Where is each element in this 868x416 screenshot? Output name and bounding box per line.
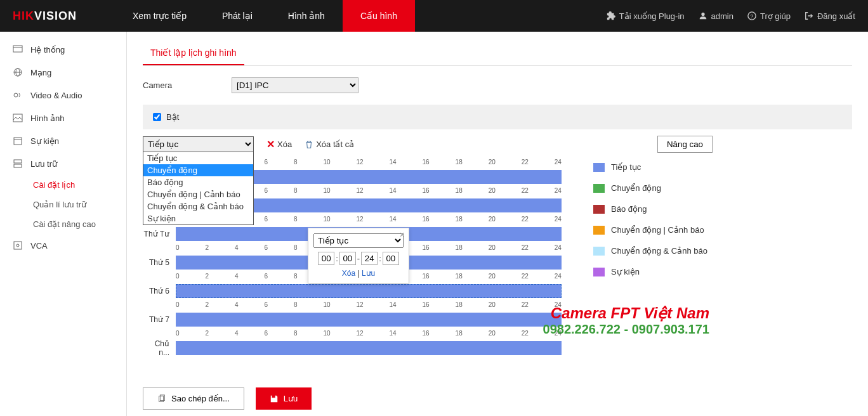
user-label: admin	[711, 11, 733, 21]
svg-rect-13	[14, 242, 22, 249]
record-type-wrap: Tiếp tục Tiếp tục Chuyển động Báo động C…	[143, 136, 254, 152]
trash-icon	[305, 140, 313, 149]
top-right: Tải xuống Plug-in admin ? Trợ giúp Đăng …	[607, 11, 855, 21]
popup-end-min[interactable]	[383, 252, 399, 265]
sidebar: Hệ thống Mạng Video & Audio Hình ảnh Sự …	[0, 32, 127, 416]
svg-rect-8	[13, 114, 22, 122]
delete-label: Xóa	[277, 140, 292, 149]
user-menu[interactable]: admin	[699, 11, 733, 21]
camera-row: Camera [D1] IPC	[143, 77, 852, 93]
svg-text:?: ?	[751, 13, 754, 20]
sidebar-item-system[interactable]: Hệ thống	[0, 38, 126, 61]
sidebar-item-video-audio[interactable]: Video & Audio	[0, 84, 126, 107]
popup-end-hour[interactable]	[361, 252, 378, 265]
sidebar-subitem-advanced[interactable]: Cài đặt nâng cao	[0, 214, 126, 234]
delete-all-button[interactable]: Xóa tất cả	[305, 140, 354, 149]
day-label-thu: Thứ 5	[143, 258, 176, 267]
swatch-continuous	[593, 163, 605, 172]
dropdown-opt-continuous[interactable]: Tiếp tục	[143, 152, 253, 164]
bottom-buttons: Sao chép đến... Lưu	[143, 387, 852, 410]
sidebar-item-network[interactable]: Mạng	[0, 61, 126, 84]
sidebar-network-label: Mạng	[30, 68, 51, 77]
swatch-alarm	[593, 205, 605, 214]
sidebar-item-vca[interactable]: VCA	[0, 234, 126, 257]
save-button[interactable]: Lưu	[256, 387, 312, 410]
logout-label: Đăng xuất	[817, 11, 855, 21]
logo-vision: VISION	[34, 10, 77, 22]
nav-playback[interactable]: Phát lại	[204, 0, 270, 32]
popup-start-hour[interactable]	[318, 252, 334, 265]
help-link[interactable]: ? Trợ giúp	[747, 11, 791, 21]
enable-row: Bật	[143, 105, 852, 129]
nav-live-view[interactable]: Xem trực tiếp	[115, 0, 204, 32]
day-label-sat: Thứ 7	[143, 315, 176, 324]
dropdown-opt-motion[interactable]: Chuyển động	[143, 164, 253, 176]
tab-header: Thiết lập lịch ghi hình	[143, 41, 852, 66]
copy-to-button[interactable]: Sao chép đến...	[143, 387, 244, 410]
day-label-sun: Chủ n...	[143, 339, 176, 357]
dropdown-opt-event[interactable]: Sự kiện	[143, 212, 253, 224]
popup-delete-link[interactable]: Xóa	[342, 269, 355, 278]
controls-row: Tiếp tục Tiếp tục Chuyển động Báo động C…	[143, 136, 852, 153]
camera-select[interactable]: [D1] IPC	[232, 77, 358, 93]
top-navbar: HIKVISION Xem trực tiếp Phát lại Hình ản…	[0, 0, 868, 32]
enable-checkbox[interactable]	[153, 113, 161, 121]
legend-motion[interactable]: Chuyển động	[593, 183, 707, 193]
sidebar-storage-label: Lưu trữ	[30, 159, 57, 169]
timeline-fri[interactable]: 024681012141618202224	[176, 284, 562, 298]
popup-type-select[interactable]: Tiếp tục	[313, 233, 404, 248]
popup-start-min[interactable]	[339, 252, 356, 265]
tab-record-schedule[interactable]: Thiết lập lịch ghi hình	[143, 41, 244, 65]
enable-label: Bật	[166, 112, 179, 122]
legend-event[interactable]: Sự kiện	[593, 267, 707, 276]
nav-picture[interactable]: Hình ảnh	[270, 0, 343, 32]
bar-sun[interactable]	[176, 341, 562, 355]
sidebar-item-event[interactable]: Sự kiện	[0, 129, 126, 152]
event-icon	[13, 136, 23, 146]
legend-motion-or-alarm[interactable]: Chuyển động | Cảnh báo	[593, 225, 707, 235]
vca-icon	[13, 240, 23, 250]
logout-link[interactable]: Đăng xuất	[805, 11, 855, 21]
popup-close-icon[interactable]: ×	[400, 230, 405, 240]
save-icon	[270, 394, 279, 403]
record-type-select[interactable]: Tiếp tục	[143, 136, 254, 152]
sidebar-subitem-schedule[interactable]: Cài đặt lịch	[0, 175, 126, 195]
dropdown-opt-motion-or-alarm[interactable]: Chuyển động | Cảnh báo	[143, 188, 253, 200]
globe-icon	[13, 67, 23, 77]
swatch-motion-or-alarm	[593, 226, 605, 235]
bar-sat[interactable]	[176, 313, 562, 327]
legend-motion-and-alarm[interactable]: Chuyển động & Cảnh báo	[593, 246, 707, 256]
timeline-sun[interactable]: 024681012141618202224	[176, 341, 562, 355]
advanced-button[interactable]: Nâng cao	[657, 136, 713, 153]
svg-rect-12	[14, 164, 22, 167]
legend-continuous[interactable]: Tiếp tục	[593, 162, 707, 172]
sidebar-item-image[interactable]: Hình ảnh	[0, 107, 126, 129]
sidebar-vca-label: VCA	[30, 241, 48, 250]
svg-rect-2	[13, 46, 22, 52]
bar-fri[interactable]	[176, 284, 562, 298]
sidebar-subitem-manage[interactable]: Quản lí lưu trữ	[0, 195, 126, 214]
sidebar-item-storage[interactable]: Lưu trữ	[0, 152, 126, 175]
delete-button[interactable]: ✕ Xóa	[266, 138, 292, 150]
storage-icon	[13, 159, 23, 169]
plugin-download-label: Tải xuống Plug-in	[619, 11, 685, 21]
day-row-sun: Chủ n... 024681012141618202224	[143, 334, 562, 362]
delete-all-label: Xóa tất cả	[316, 140, 354, 149]
copy-icon	[157, 394, 166, 403]
popup-time-row: : - :	[313, 252, 404, 265]
image-icon	[13, 113, 23, 123]
dropdown-opt-alarm[interactable]: Báo động	[143, 176, 253, 188]
popup-actions: Xóa | Lưu	[313, 269, 404, 278]
legend-alarm[interactable]: Báo động	[593, 204, 707, 214]
timeline-sat[interactable]: 024681012141618202224	[176, 313, 562, 327]
day-label-fri: Thứ 6	[143, 287, 176, 296]
record-type-dropdown: Tiếp tục Chuyển động Báo động Chuyển độn…	[143, 152, 254, 225]
plugin-download-link[interactable]: Tải xuống Plug-in	[607, 11, 685, 21]
dropdown-opt-motion-and-alarm[interactable]: Chuyển động & Cảnh báo	[143, 200, 253, 212]
popup-save-link[interactable]: Lưu	[362, 269, 375, 278]
swatch-motion	[593, 184, 605, 193]
nav-configuration[interactable]: Cấu hình	[343, 0, 415, 32]
system-icon	[13, 44, 23, 55]
sidebar-va-label: Video & Audio	[30, 91, 82, 100]
video-audio-icon	[13, 90, 23, 100]
